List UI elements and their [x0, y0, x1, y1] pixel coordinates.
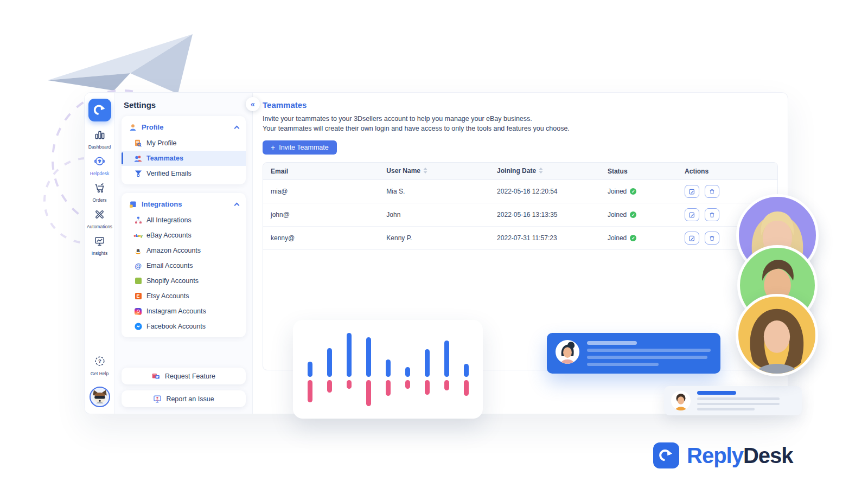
skeleton-line	[587, 341, 637, 345]
at-sign-icon: @	[134, 262, 142, 270]
cell-status: Joined✓	[600, 180, 677, 203]
app-logo reply-arrow-icon[interactable]	[88, 99, 111, 121]
settings-item-etsy-accounts[interactable]: E Etsy Accounts	[122, 288, 246, 304]
cell-email: john@	[263, 203, 379, 227]
chat-avatar-woman	[556, 340, 579, 364]
person-icon	[129, 123, 137, 131]
settings-item-label: Instagram Accounts	[146, 307, 206, 315]
settings-item-label: Teammates	[146, 155, 183, 162]
skeleton-line-highlight	[697, 391, 736, 395]
settings-item-verified-emails[interactable]: Verified Emails	[122, 166, 246, 181]
mini-bar-chart	[308, 331, 469, 408]
teammates-icon	[134, 155, 142, 163]
puzzle-icon	[129, 200, 137, 208]
invite-teammate-button[interactable]: + Invite Teammate	[263, 140, 337, 155]
message-skeleton-lines	[697, 391, 780, 410]
bar-up	[425, 349, 430, 377]
skeleton-line	[697, 397, 780, 400]
bar-down	[425, 380, 430, 395]
settings-item-label: Shopify Accounts	[146, 277, 199, 285]
chevron-up-icon	[234, 125, 240, 131]
hierarchy-icon	[134, 216, 142, 224]
invite-button-label: Invite Teammate	[279, 144, 328, 151]
cell-joining-date: 2022-07-31 11:57:23	[489, 227, 600, 250]
sidebar-item-label: Dashboard	[88, 144, 111, 150]
skeleton-line	[697, 408, 755, 410]
cell-email: kenny@	[263, 227, 379, 250]
cell-username: Mia S.	[379, 180, 489, 203]
cell-username: John	[379, 203, 489, 227]
cell-status: Joined✓	[600, 203, 677, 227]
skeleton-line	[587, 356, 707, 359]
request-feature-button[interactable]: Request Feature	[122, 368, 246, 384]
sort-icon[interactable]	[423, 168, 427, 175]
svg-text:?: ?	[98, 159, 101, 164]
settings-item-label: My Profile	[146, 139, 177, 147]
settings-item-instagram-accounts[interactable]: Instagram Accounts	[122, 304, 246, 319]
cell-email: mia@	[263, 180, 379, 203]
profile-group-header[interactable]: Profile	[122, 119, 246, 136]
sidebar-item-helpdesk[interactable]: ? Helpdesk	[85, 156, 114, 176]
bar-pair	[327, 331, 332, 408]
bar-chart-icon	[94, 129, 105, 143]
settings-item-my-profile[interactable]: My Profile	[122, 136, 246, 151]
delete-button trash-icon[interactable]	[705, 208, 719, 221]
edit-button edit-icon[interactable]	[685, 208, 699, 221]
column-header-joining-date: Joining Date	[489, 163, 600, 180]
table-header-row: Email User Name Joining Date Status Acti…	[263, 163, 777, 180]
profile-group-card: Profile My Profile Teammates Verified	[122, 116, 246, 184]
settings-item-label: All Integrations	[146, 216, 192, 224]
table-row: kenny@ Kenny P. 2022-07-31 11:57:23 Join…	[263, 227, 777, 250]
get-help-label: Get Help	[91, 371, 109, 376]
chat-message-card-blue	[547, 333, 720, 374]
sidebar-item-label: Helpdesk	[90, 171, 109, 176]
settings-item-teammates[interactable]: Teammates	[122, 151, 246, 166]
settings-item-label: Verified Emails	[146, 170, 192, 177]
integrations-group-header[interactable]: Integrations	[122, 196, 246, 213]
cell-username: Kenny P.	[379, 227, 489, 250]
bar-pair	[308, 331, 312, 408]
delete-button trash-icon[interactable]	[705, 185, 719, 198]
edit-button edit-icon[interactable]	[685, 185, 699, 198]
feature-icon	[152, 372, 160, 380]
teammate-photo-curly-woman	[736, 294, 818, 376]
settings-item-amazon-accounts[interactable]: a Amazon Accounts	[122, 243, 246, 258]
integrations-group-card: Integrations All Integrations ebay eBay …	[122, 193, 246, 337]
amazon-icon: a	[134, 247, 142, 255]
table-row: mia@ Mia S. 2022-05-16 12:20:54 Joined✓	[263, 180, 777, 203]
settings-item-shopify-accounts[interactable]: Shopify Accounts	[122, 273, 246, 288]
settings-item-facebook-accounts[interactable]: Facebook Accounts	[122, 319, 246, 334]
sidebar-item-get-help[interactable]: ? Get Help	[85, 355, 114, 376]
brand-logo: ReplyDesk	[653, 442, 793, 468]
sidebar-item-insights[interactable]: Insights	[85, 235, 114, 256]
bar-down	[327, 380, 332, 393]
group-label: Integrations	[142, 200, 182, 208]
table-row: john@ John 2022-05-16 13:13:35 Joined✓	[263, 203, 777, 227]
column-header-email: Email	[263, 163, 379, 180]
bar-pair	[425, 331, 430, 408]
bar-down	[366, 380, 371, 406]
sidebar-item-orders[interactable]: Orders	[85, 182, 114, 203]
bar-down	[444, 380, 449, 390]
bar-up	[444, 341, 449, 377]
bar-down	[347, 380, 352, 389]
messenger-icon	[134, 323, 142, 331]
sidebar-item-label: Insights	[92, 251, 107, 256]
sidebar-item-automations[interactable]: Automations	[85, 209, 114, 229]
settings-item-ebay-accounts[interactable]: ebay eBay Accounts	[122, 228, 246, 243]
bar-pair	[386, 331, 391, 408]
settings-item-email-accounts[interactable]: @ Email Accounts	[122, 258, 246, 273]
tools-icon	[94, 209, 105, 222]
sort-icon[interactable]	[539, 168, 543, 175]
report-issue-button[interactable]: Report an Issue	[122, 390, 246, 407]
delete-button trash-icon[interactable]	[705, 232, 719, 245]
edit-button edit-icon[interactable]	[685, 232, 699, 245]
bar-down	[386, 380, 391, 396]
bar-pair	[444, 331, 449, 408]
bar-up	[405, 367, 410, 377]
settings-item-all-integrations[interactable]: All Integrations	[122, 213, 246, 228]
bar-up	[347, 333, 352, 377]
user-avatar dog-avatar[interactable]	[90, 387, 110, 407]
sidebar-item-dashboard[interactable]: Dashboard	[85, 129, 114, 150]
collapse-panel-button double-chevron-left-icon[interactable]: «	[246, 97, 260, 111]
